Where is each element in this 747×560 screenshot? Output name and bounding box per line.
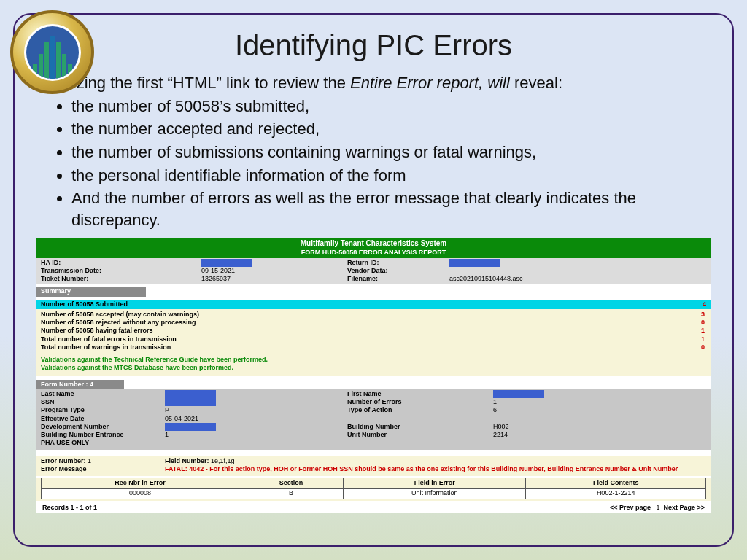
report-title: Multifamily Tenant Characteristics Syste…: [36, 238, 711, 249]
last-name-label: Last Name: [41, 390, 165, 398]
prev-page-link[interactable]: << Prev page: [610, 504, 651, 511]
slide-title: Identifying PIC Errors: [36, 29, 711, 62]
submitted-label: Number of 50058 Submitted: [41, 300, 128, 308]
summary-value: 0: [701, 343, 706, 351]
summary-label: Number of 50058 accepted (may contain wa…: [41, 311, 199, 319]
error-report: Multifamily Tenant Characteristics Syste…: [36, 238, 711, 513]
pha-label: PHA USE ONLY: [41, 439, 165, 447]
next-page-link[interactable]: Next Page >>: [663, 504, 705, 511]
summary-label: Number of 50058 having fatal errors: [41, 327, 153, 335]
first-name-label: First Name: [347, 390, 493, 398]
form-grid: Last Name First Name SSN Number of Error…: [36, 389, 711, 450]
trans-date-label: Transmission Date:: [41, 267, 201, 275]
program-type-value: P: [165, 406, 347, 414]
intro-bullet: the number of 50058’s submitted,: [71, 96, 711, 117]
error-block: Error Number: 1 Field Number: 1e,1f,1g E…: [36, 450, 711, 477]
ticket-label: Ticket Number:: [41, 275, 201, 283]
ssn-label: SSN: [41, 398, 165, 406]
redacted-box: [165, 398, 216, 406]
records-count: Records 1 - 1 of 1: [42, 504, 97, 512]
summary-body: Number of 50058 accepted (may contain wa…: [36, 309, 711, 376]
col-rec-nbr: Rec Nbr in Error: [42, 478, 239, 489]
err-num-value: 1: [88, 457, 91, 464]
err-field-label: Field Number:: [165, 457, 209, 464]
cell-contents: H002-1-2214: [526, 489, 706, 499]
summary-value: 3: [701, 311, 706, 319]
submitted-row: Number of 50058 Submitted 4: [36, 297, 711, 309]
program-type-label: Program Type: [41, 406, 165, 414]
return-label: Return ID:: [347, 259, 449, 267]
vendor-label: Vendor Data:: [347, 267, 449, 275]
form-tab: Form Number : 4: [36, 380, 124, 389]
cell-field: Unit Information: [344, 489, 526, 499]
col-contents: Field Contents: [526, 478, 706, 489]
summary-value: 1: [701, 327, 706, 335]
hud-seal-icon: [10, 10, 94, 94]
err-msg-label: Error Message: [41, 465, 165, 473]
trans-date-value: 09-15-2021: [201, 267, 347, 275]
intro-lead-b: reveal:: [510, 74, 562, 92]
num-err-value: 1: [493, 398, 610, 406]
page-number: 1: [656, 504, 659, 511]
err-msg-value: FATAL: 4042 - For this action type, HOH …: [165, 465, 706, 473]
redacted-box: [165, 423, 216, 431]
summary-value: 0: [701, 319, 706, 327]
unit-value: 2214: [493, 431, 610, 439]
filename-value: asc20210915104448.asc: [449, 275, 654, 283]
table-row: 000008 B Unit Information H002-1-2214: [42, 489, 706, 499]
err-num-label: Error Number:: [41, 457, 86, 464]
cell-section: B: [239, 489, 343, 499]
err-field-value: 1e,1f,1g: [211, 457, 235, 464]
dev-num-label: Development Number: [41, 423, 165, 431]
action-type-value: 6: [493, 406, 610, 414]
error-table: Rec Nbr in Error Section Field in Error …: [41, 478, 706, 499]
report-meta: HA ID: Return ID: Transmission Date: 09-…: [36, 258, 711, 284]
intro-list: the number of 50058’s submitted, the num…: [71, 96, 711, 231]
pager: Records 1 - 1 of 1 << Prev page 1 Next P…: [36, 501, 711, 513]
num-err-label: Number of Errors: [347, 398, 493, 406]
intro-bullet: the number accepted and rejected,: [71, 118, 711, 140]
unit-label: Unit Number: [347, 431, 493, 439]
bldg-num-label: Building Number: [347, 423, 493, 431]
bldg-ent-value: 1: [165, 431, 347, 439]
ticket-value: 13265937: [201, 275, 347, 283]
intro-lead-em: Entire Error report, will: [350, 74, 510, 92]
filename-label: Filename:: [347, 275, 449, 283]
intro-bullet: the number of submissions containing war…: [71, 141, 711, 163]
summary-label: Total number of fatal errors in transmis…: [41, 335, 177, 343]
intro-text: Utilizing the first “HTML” link to revie…: [50, 72, 711, 231]
redacted-box: [165, 390, 216, 398]
slide-frame: Identifying PIC Errors Utilizing the fir…: [13, 13, 734, 547]
bldg-num-value: H002: [493, 423, 610, 431]
eff-date-label: Effective Date: [41, 415, 165, 423]
summary-label: Number of 50058 rejected without any pro…: [41, 319, 196, 327]
report-subtitle: FORM HUD-50058 ERROR ANALYSIS REPORT: [36, 249, 711, 257]
eff-date-value: 05-04-2021: [165, 415, 347, 423]
redacted-box: [449, 259, 500, 267]
intro-bullet: the personal identifiable information of…: [71, 165, 711, 187]
summary-label: Total number of warnings in transmission: [41, 343, 171, 351]
action-type-label: Type of Action: [347, 406, 493, 414]
validation-msg: Validations against the Technical Refere…: [41, 356, 706, 364]
bldg-ent-label: Building Number Entrance: [41, 431, 165, 439]
col-section: Section: [239, 478, 343, 489]
haid-label: HA ID:: [41, 259, 201, 267]
redacted-box: [201, 259, 252, 267]
cell-rec: 000008: [42, 489, 239, 499]
summary-value: 1: [701, 335, 706, 343]
redacted-box: [493, 390, 544, 398]
validation-msg: Validations against the MTCS Database ha…: [41, 364, 706, 372]
intro-lead-a: Utilizing the first “HTML” link to revie…: [50, 74, 350, 92]
summary-tab: Summary: [36, 287, 146, 296]
submitted-value: 4: [703, 300, 706, 308]
col-field: Field in Error: [344, 478, 526, 489]
intro-bullet: And the number of errors as well as the …: [71, 187, 711, 230]
